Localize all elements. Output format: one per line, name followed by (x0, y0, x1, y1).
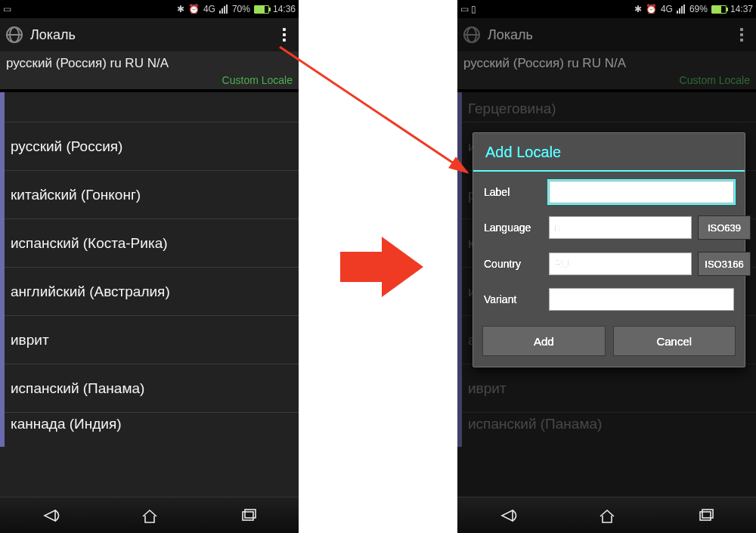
battery-icon (254, 5, 269, 14)
back-button[interactable] (0, 497, 100, 533)
language-label: Language (484, 222, 543, 234)
recents-button[interactable] (199, 497, 299, 533)
battery-icon (711, 5, 727, 14)
network-icon: 4G (203, 4, 215, 14)
country-input[interactable] (549, 253, 692, 275)
clock: 14:37 (730, 4, 753, 14)
notification-icon: ▭ (3, 4, 11, 14)
globe-icon (6, 26, 23, 43)
add-button[interactable]: Add (482, 326, 606, 356)
overflow-menu-button[interactable] (276, 28, 293, 42)
locale-header: русский (Россия) ru RU N/A Custom Locale (457, 51, 756, 89)
globe-icon (463, 26, 480, 43)
variant-label: Variant (484, 293, 543, 305)
locale-list[interactable]: русский (Россия) китайский (Гонконг) исп… (0, 92, 299, 497)
list-item[interactable]: русский (Россия) (0, 122, 299, 171)
right-arrow-icon (340, 237, 416, 297)
app-title: Локаль (30, 27, 76, 43)
svg-rect-0 (243, 512, 253, 520)
home-button[interactable] (100, 497, 200, 533)
illustration-gap (299, 0, 457, 533)
list-item[interactable]: английский (Австралия) (0, 268, 299, 316)
notification-icon: ▭ ▯ (460, 4, 476, 14)
clock: 14:36 (273, 4, 296, 14)
list-item[interactable]: иврит (457, 364, 756, 413)
custom-locale-label: Custom Locale (463, 74, 750, 86)
status-bar: ▭ ▯ ✱ ⏰ 4G 69% 14:37 (457, 0, 756, 18)
battery-pct: 70% (232, 4, 250, 14)
overflow-menu-button[interactable] (733, 28, 750, 42)
back-button[interactable] (457, 497, 557, 533)
iso3166-button[interactable]: ISO3166 (698, 252, 751, 276)
svg-marker-2 (340, 237, 423, 297)
phone-screenshot-left: ▭ ✱ ⏰ 4G 70% 14:36 Локаль русский (Росси… (0, 0, 299, 533)
phone-screenshot-right: ▭ ▯ ✱ ⏰ 4G 69% 14:37 Локаль русский (Рос… (457, 0, 756, 533)
svg-rect-5 (702, 510, 713, 518)
signal-icon (677, 5, 686, 14)
list-item[interactable]: Герцеговина) (457, 92, 756, 122)
home-button[interactable] (557, 497, 657, 533)
list-item[interactable]: иврит (0, 316, 299, 364)
alarm-icon: ⏰ (188, 4, 200, 14)
svg-rect-1 (245, 510, 256, 518)
action-bar: Локаль (457, 18, 756, 51)
current-locale: русский (Россия) ru RU N/A (463, 56, 750, 71)
status-bar: ▭ ✱ ⏰ 4G 70% 14:36 (0, 0, 299, 18)
nosound-icon: ✱ (177, 4, 184, 14)
cancel-button[interactable]: Cancel (613, 326, 736, 356)
list-item[interactable]: каннада (Индия) (0, 413, 299, 446)
country-label: Country (484, 258, 543, 270)
list-item[interactable]: китайский (Гонконг) (0, 171, 299, 219)
nosound-icon: ✱ (634, 4, 642, 14)
dialog-title: Add Locale (473, 133, 745, 172)
add-locale-dialog: Add Locale Label Language ISO639 Country… (472, 132, 745, 367)
nav-bar (0, 497, 299, 533)
language-input[interactable] (549, 216, 692, 239)
iso639-button[interactable]: ISO639 (698, 215, 751, 240)
recents-button[interactable] (656, 497, 756, 533)
action-bar: Локаль (0, 18, 299, 51)
svg-rect-4 (700, 512, 711, 520)
alarm-icon: ⏰ (646, 4, 657, 14)
custom-locale-label: Custom Locale (6, 74, 293, 86)
variant-input[interactable] (549, 288, 734, 311)
signal-icon (219, 5, 228, 14)
label-label: Label (484, 186, 543, 198)
app-title: Локаль (488, 27, 533, 43)
list-item[interactable] (0, 92, 299, 122)
list-item[interactable]: испанский (Панама) (457, 413, 756, 446)
list-item[interactable]: испанский (Коста-Рика) (0, 219, 299, 268)
battery-pct: 69% (689, 4, 708, 14)
current-locale: русский (Россия) ru RU N/A (6, 56, 293, 71)
network-icon: 4G (661, 4, 673, 14)
label-input[interactable] (549, 181, 734, 203)
nav-bar (457, 497, 756, 533)
locale-header: русский (Россия) ru RU N/A Custom Locale (0, 51, 299, 89)
list-item[interactable]: испанский (Панама) (0, 364, 299, 413)
